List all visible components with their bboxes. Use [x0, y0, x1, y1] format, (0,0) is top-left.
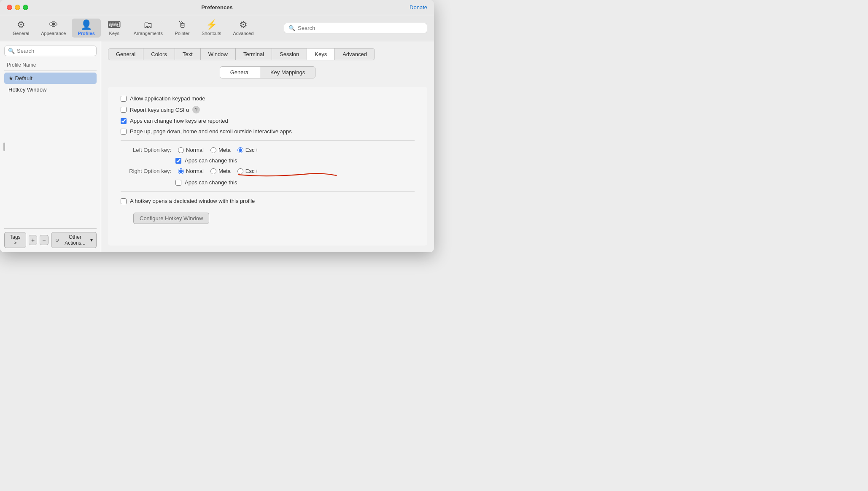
csi-checkbox[interactable] — [121, 107, 127, 113]
tags-button[interactable]: Tags > — [4, 232, 26, 248]
arrangements-icon: 🗂 — [143, 20, 153, 30]
close-button[interactable] — [7, 5, 12, 10]
right-meta-text: Meta — [218, 168, 231, 174]
configure-hotkey-button[interactable]: Configure Hotkey Window — [133, 213, 209, 224]
keypad-label: Allow application keypad mode — [130, 95, 205, 102]
sidebar-search-container[interactable]: 🔍 — [4, 46, 97, 56]
left-option-key-row: Left Option key: Normal Meta Esc+ — [121, 147, 415, 153]
tab-text[interactable]: Text — [175, 49, 201, 60]
page-scroll-label: Page up, page down, home and end scroll … — [130, 128, 292, 135]
toolbar-label-advanced: Advanced — [233, 31, 253, 36]
tab-session[interactable]: Session — [272, 49, 307, 60]
window-title: Preferences — [201, 4, 232, 11]
right-normal-option[interactable]: Normal — [178, 168, 204, 174]
page-scroll-checkbox[interactable] — [121, 129, 127, 135]
right-esc-text: Esc+ — [245, 168, 258, 174]
remove-profile-button[interactable]: − — [40, 235, 48, 245]
donate-link[interactable]: Donate — [410, 4, 427, 11]
profile-item-default[interactable]: ★ Default — [4, 73, 97, 84]
right-apps-change-row: Apps can change this — [121, 179, 415, 186]
left-apps-change-row: Apps can change this — [121, 157, 415, 164]
toolbar-label-general: General — [13, 31, 29, 36]
hotkey-checkbox[interactable] — [121, 198, 127, 204]
tab-general[interactable]: General — [108, 49, 143, 60]
toolbar-label-keys: Keys — [109, 31, 119, 36]
left-esc-text: Esc+ — [245, 147, 258, 153]
chevron-down-icon: ▾ — [90, 237, 93, 243]
tab-terminal[interactable]: Terminal — [236, 49, 272, 60]
apps-change-checkbox[interactable] — [121, 118, 127, 124]
csi-label: Report keys using CSI u — [130, 107, 189, 113]
tab-keys[interactable]: Keys — [307, 49, 335, 60]
profile-list: ★ Default Hotkey Window — [4, 73, 97, 226]
toolbar-label-appearance: Appearance — [41, 31, 66, 36]
sub-tab-key-mappings[interactable]: Key Mappings — [260, 67, 315, 78]
sidebar-search-icon: 🔍 — [8, 48, 15, 54]
other-actions-label: Other Actions... — [62, 234, 89, 246]
scrollbar[interactable] — [3, 143, 5, 151]
person-icon: 👤 — [81, 20, 92, 30]
left-normal-option[interactable]: Normal — [178, 147, 204, 153]
add-profile-button[interactable]: + — [29, 235, 37, 245]
sidebar-search-input[interactable] — [17, 48, 93, 54]
toolbar-item-shortcuts[interactable]: ⚡ Shortcuts — [196, 19, 227, 38]
left-normal-text: Normal — [186, 147, 204, 153]
profile-list-header: Profile Name — [4, 60, 97, 71]
tab-window[interactable]: Window — [201, 49, 236, 60]
eye-icon: 👁 — [49, 20, 58, 30]
toolbar-item-general[interactable]: ⚙ General — [7, 19, 35, 38]
tab-advanced[interactable]: Advanced — [335, 49, 375, 60]
right-esc-option[interactable]: Esc+ — [237, 168, 258, 174]
toolbar-label-pointer: Pointer — [175, 31, 189, 36]
checkbox-row-page-scroll: Page up, page down, home and end scroll … — [121, 128, 415, 135]
left-esc-option[interactable]: Esc+ — [237, 147, 258, 153]
right-meta-radio[interactable] — [210, 168, 216, 174]
right-normal-text: Normal — [186, 168, 204, 174]
right-option-label: Right Option key: — [121, 168, 171, 174]
maximize-button[interactable] — [23, 5, 28, 10]
shortcuts-icon: ⚡ — [206, 20, 217, 30]
advanced-icon: ⚙ — [239, 20, 248, 30]
toolbar-item-pointer[interactable]: 🖱 Pointer — [169, 19, 196, 38]
checkbox-row-apps-change: Apps can change how keys are reported — [121, 118, 415, 124]
toolbar-item-profiles[interactable]: 👤 Profiles — [72, 19, 100, 38]
other-actions-button[interactable]: ☺ Other Actions... ▾ — [51, 232, 97, 248]
right-panel: General Colors Text Window Terminal Sess… — [101, 41, 434, 252]
toolbar-search[interactable]: 🔍 — [284, 23, 427, 33]
keyboard-icon: ⌨ — [108, 20, 121, 30]
toolbar-item-advanced[interactable]: ⚙ Advanced — [227, 19, 259, 38]
content-area: Allow application keypad mode Report key… — [108, 87, 427, 246]
right-meta-option[interactable]: Meta — [210, 168, 231, 174]
gear-icon: ⚙ — [17, 20, 25, 30]
minimize-button[interactable] — [15, 5, 20, 10]
checkbox-row-keypad: Allow application keypad mode — [121, 95, 415, 102]
toolbar-item-keys[interactable]: ⌨ Keys — [101, 19, 128, 38]
left-esc-radio[interactable] — [237, 147, 243, 153]
search-input[interactable] — [298, 25, 423, 31]
right-option-key-row: Right Option key: Normal Meta Esc+ — [121, 168, 415, 174]
toolbar-item-arrangements[interactable]: 🗂 Arrangements — [128, 19, 169, 38]
keypad-checkbox[interactable] — [121, 96, 127, 102]
sub-tab-general[interactable]: General — [220, 67, 260, 78]
right-apps-change-checkbox[interactable] — [175, 180, 181, 186]
csi-help-button[interactable]: ? — [192, 106, 200, 113]
left-meta-option[interactable]: Meta — [210, 147, 231, 153]
toolbar-item-appearance[interactable]: 👁 Appearance — [35, 19, 72, 38]
hotkey-checkbox-row: A hotkey opens a dedicated window with t… — [121, 198, 415, 204]
right-normal-radio[interactable] — [178, 168, 184, 174]
smiley-icon: ☺ — [55, 237, 60, 243]
toolbar-label-arrangements: Arrangements — [134, 31, 163, 36]
profile-item-hotkey[interactable]: Hotkey Window — [4, 84, 97, 95]
hotkey-section: A hotkey opens a dedicated window with t… — [121, 198, 415, 224]
right-esc-radio[interactable] — [237, 168, 243, 174]
left-meta-radio[interactable] — [210, 147, 216, 153]
divider-1 — [121, 140, 415, 141]
left-apps-change-label: Apps can change this — [185, 157, 237, 164]
tab-colors[interactable]: Colors — [143, 49, 175, 60]
sidebar-bottom: Tags > + − ☺ Other Actions... ▾ — [4, 228, 97, 248]
left-apps-change-checkbox[interactable] — [175, 158, 181, 164]
left-option-label: Left Option key: — [121, 147, 171, 153]
search-icon: 🔍 — [288, 25, 295, 31]
left-normal-radio[interactable] — [178, 147, 184, 153]
right-apps-change-label: Apps can change this — [185, 179, 237, 186]
